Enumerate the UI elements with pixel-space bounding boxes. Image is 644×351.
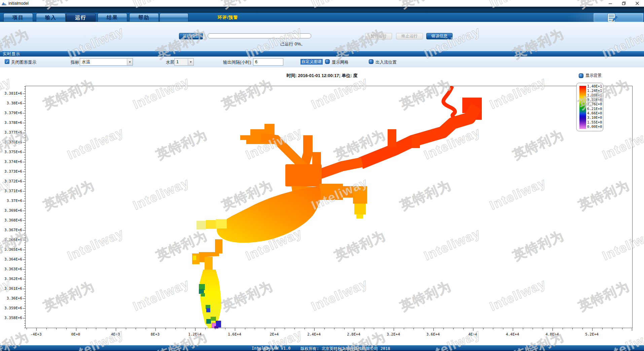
y-axis-tick	[24, 328, 26, 328]
menu-tab-5[interactable]: 帮助	[129, 13, 159, 22]
x-axis-tick	[324, 328, 325, 329]
custom-spectrum-button[interactable]: 自定义图谱	[300, 59, 323, 65]
x-axis-tick	[473, 328, 473, 331]
y-axis-tick	[23, 191, 26, 191]
show-grid-toggle[interactable]	[325, 59, 330, 64]
y-axis-tick	[24, 311, 26, 311]
indicator-select[interactable]: 水温 ▼	[80, 58, 133, 66]
legend-value: 6.21E+0	[587, 107, 603, 111]
y-axis-label: 3.376E+6	[0, 140, 22, 144]
y-axis-tick	[24, 126, 26, 126]
y-axis-tick	[24, 223, 26, 223]
minimize-button[interactable]	[604, 0, 617, 7]
x-axis-tick	[543, 328, 543, 329]
layer-select[interactable]: 1 ▼	[174, 58, 194, 66]
y-axis-label: 3.367E+6	[0, 228, 22, 232]
tab-empty[interactable]	[159, 13, 188, 22]
x-axis-tick	[632, 328, 632, 331]
x-axis-tick	[185, 328, 186, 329]
y-axis-label: 3.365E+6	[0, 247, 22, 252]
app-icon	[2, 1, 6, 6]
y-axis-tick	[24, 284, 26, 284]
x-axis-tick	[27, 328, 27, 329]
layer-value: 1	[175, 60, 188, 64]
y-axis-tick	[23, 220, 26, 221]
y-axis-tick	[23, 299, 26, 299]
menu-tab-2[interactable]: 输入	[36, 13, 66, 22]
x-axis-tick	[622, 328, 622, 329]
y-axis-tick	[24, 255, 26, 255]
stop-run-button[interactable]: 终止运行	[396, 33, 423, 39]
realtime-display-title: 实时显示	[3, 51, 20, 57]
map-plot-area[interactable]	[25, 86, 633, 328]
x-axis-tick	[374, 328, 374, 329]
y-axis-tick	[24, 325, 26, 326]
y-axis-tick	[23, 269, 26, 270]
x-axis-tick	[572, 328, 573, 329]
show-background-toggle[interactable]	[579, 73, 583, 78]
restore-button[interactable]	[617, 0, 631, 7]
y-axis-tick	[24, 277, 26, 277]
y-axis-tick	[23, 230, 26, 231]
y-axis-tick	[24, 235, 26, 236]
ribbon-top-band	[0, 7, 644, 13]
menu-tab-label: 帮助	[138, 14, 150, 21]
y-axis-label: 3.359E+6	[0, 306, 22, 310]
x-axis-label: 8E+3	[142, 332, 169, 337]
y-axis-tick	[24, 316, 26, 316]
x-axis-tick	[433, 328, 434, 331]
y-axis-tick	[24, 174, 26, 175]
indicator-label: 指标	[71, 60, 79, 65]
x-axis-tick	[265, 328, 265, 329]
menu-tab-1[interactable]: 项目	[3, 13, 33, 22]
x-axis-tick	[106, 328, 106, 329]
y-axis-tick	[24, 108, 26, 109]
y-axis-tick	[24, 245, 26, 245]
x-axis-tick	[294, 328, 295, 329]
x-axis-tick	[582, 328, 583, 329]
legend-value: 1.09E+1	[587, 93, 603, 97]
x-axis-tick	[334, 328, 334, 329]
chevron-down-icon: ▼	[188, 59, 193, 65]
x-axis-tick	[275, 328, 275, 331]
x-axis-tick	[602, 328, 603, 329]
close-button[interactable]	[631, 0, 644, 7]
y-axis-tick	[24, 252, 26, 253]
show-background-label: 显示背景	[585, 73, 602, 78]
y-axis-tick	[24, 196, 26, 197]
y-axis-tick	[24, 296, 26, 296]
flow-position-toggle[interactable]	[369, 59, 373, 64]
menu-tab-4[interactable]: 结果	[98, 13, 127, 22]
x-axis-tick	[354, 328, 354, 331]
x-axis-tick	[493, 328, 493, 329]
x-axis-tick	[533, 328, 533, 329]
close-graph-checkbox[interactable]: ✓	[5, 59, 9, 64]
x-axis-tick	[503, 328, 503, 329]
menu-tab-3[interactable]: 运行	[66, 13, 96, 22]
y-axis-tick	[24, 194, 26, 194]
x-axis-tick	[86, 328, 86, 329]
x-axis-tick	[116, 328, 116, 331]
y-axis-tick	[24, 155, 26, 155]
y-axis-label: 3.374E+6	[0, 160, 22, 164]
x-axis-label: 3.2E+4	[380, 332, 407, 337]
run-model-button[interactable]: 运行模型	[179, 33, 203, 39]
y-axis-tick	[23, 162, 26, 162]
y-axis-tick	[23, 94, 26, 94]
x-axis-tick	[46, 328, 47, 329]
x-axis-label: 4E+4	[459, 332, 486, 337]
legend-value: 1.55E+0	[587, 120, 603, 124]
y-axis-tick	[24, 265, 26, 265]
run-toolbar: 运行模型 已运行 0%。 暂停运行 终止运行 错误信息	[0, 22, 644, 51]
realtime-controls: ✓ 关闭图形显示 指标 水温 ▼ 水层 1 ▼ 输出间隔(小时) 自定义图谱 显…	[0, 57, 644, 67]
y-axis-tick	[24, 106, 26, 106]
error-info-button[interactable]: 错误信息	[426, 33, 453, 39]
x-axis-tick	[126, 328, 126, 329]
pause-run-button[interactable]: 暂停运行	[365, 33, 392, 39]
y-axis-tick	[24, 138, 26, 138]
y-axis-label: 3.366E+6	[0, 238, 22, 242]
interval-input[interactable]	[253, 58, 283, 66]
document-edit-icon[interactable]	[606, 13, 618, 22]
y-axis-tick	[24, 243, 26, 243]
y-axis-tick	[24, 204, 26, 204]
